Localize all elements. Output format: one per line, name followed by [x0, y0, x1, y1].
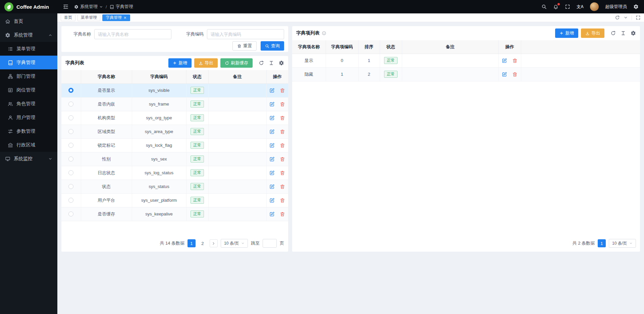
sidebar-item-admin-region[interactable]: 行政区域 [0, 138, 57, 152]
tab-home[interactable]: 首页 [61, 14, 75, 21]
jump-page-input[interactable] [263, 239, 277, 248]
close-icon[interactable] [123, 16, 127, 19]
settings-gear-icon[interactable] [633, 4, 639, 9]
search-icon[interactable] [541, 4, 547, 9]
row-radio[interactable] [68, 170, 73, 175]
row-radio[interactable] [68, 156, 73, 162]
sidebar-item-dept-management[interactable]: 部门管理 [0, 69, 57, 83]
sidebar-group-system-management[interactable]: 系统管理 [0, 28, 57, 42]
bell-icon[interactable] [553, 4, 558, 9]
row-radio[interactable] [68, 184, 73, 189]
sidebar-collapse-icon[interactable] [63, 4, 69, 10]
refresh-icon[interactable] [615, 15, 620, 20]
dict-name-cell: 是否缓存 [81, 207, 132, 221]
query-button[interactable]: 查询 [261, 41, 284, 51]
table-row[interactable]: 锁定标记 sys_lock_flag 正常 [61, 138, 288, 152]
refresh-icon[interactable] [259, 60, 264, 66]
edit-icon[interactable] [269, 143, 275, 148]
edit-icon[interactable] [269, 156, 275, 162]
translate-icon[interactable]: 文A [577, 4, 584, 10]
edit-icon[interactable] [269, 115, 275, 121]
sidebar-item-user-management[interactable]: 用户管理 [0, 111, 57, 124]
table-header-row: 字典名称 字典编码 状态 备注 操作 [61, 70, 288, 83]
add-button[interactable]: 新增 [168, 58, 192, 68]
edit-icon[interactable] [269, 170, 275, 176]
refresh-icon[interactable] [610, 30, 616, 36]
table-row[interactable]: 日志状态 sys_log_status 正常 [61, 166, 288, 180]
sidebar-item-home[interactable]: 首页 [0, 14, 57, 28]
refresh-cache-button[interactable]: 刷新缓存 [220, 58, 253, 68]
sidebar-group-system-monitor[interactable]: 系统监控 [0, 152, 57, 166]
edit-icon[interactable] [269, 198, 275, 203]
table-row[interactable]: 是否显示 sys_visible 正常 [61, 83, 288, 97]
avatar[interactable] [590, 2, 599, 11]
page-2-button[interactable]: 2 [199, 239, 207, 247]
edit-icon[interactable] [269, 88, 275, 93]
delete-icon[interactable] [280, 115, 285, 121]
page-1-button[interactable]: 1 [187, 239, 196, 247]
row-radio[interactable] [68, 88, 73, 93]
delete-icon[interactable] [280, 156, 285, 162]
table-row[interactable]: 区域类型 sys_area_type 正常 [61, 125, 288, 138]
export-button[interactable]: 导出 [194, 58, 218, 68]
row-height-icon[interactable] [621, 30, 626, 36]
sidebar-item-dict-management[interactable]: 字典管理 [0, 56, 57, 69]
delete-icon[interactable] [280, 102, 285, 107]
export-button[interactable]: 导出 [581, 28, 604, 38]
delete-icon[interactable] [280, 170, 285, 176]
row-radio[interactable] [68, 129, 73, 134]
table-row[interactable]: 显示 0 1 正常 [292, 54, 640, 67]
dict-name-input[interactable] [94, 29, 171, 39]
delete-icon[interactable] [512, 58, 518, 63]
dict-code-input[interactable] [207, 29, 284, 39]
delete-icon[interactable] [280, 143, 285, 148]
table-row[interactable]: 性别 sys_sex 正常 [61, 152, 288, 166]
breadcrumb-level1[interactable]: 系统管理 [74, 4, 103, 10]
edit-icon[interactable] [502, 58, 507, 63]
sidebar-item-param-management[interactable]: 参数管理 [0, 124, 57, 138]
page-1-button[interactable]: 1 [598, 239, 606, 247]
row-radio[interactable] [68, 102, 73, 107]
row-radio[interactable] [68, 115, 73, 120]
tab-dict-management[interactable]: 字典管理 [102, 14, 130, 21]
reset-button[interactable]: 重置 [232, 41, 257, 51]
table-settings-gear-icon[interactable] [631, 30, 636, 36]
tab-menu-management[interactable]: 菜单管理 [77, 14, 100, 21]
table-row[interactable]: 隐藏 1 2 正常 [292, 67, 640, 81]
row-radio[interactable] [68, 211, 73, 216]
info-icon[interactable] [322, 31, 326, 36]
page-size-select[interactable]: 10 条/页 [609, 239, 636, 248]
delete-icon[interactable] [280, 88, 285, 93]
spacer-cell [521, 54, 640, 67]
sidebar-item-role-management[interactable]: 角色管理 [0, 97, 57, 111]
table-settings-gear-icon[interactable] [279, 60, 284, 66]
delete-icon[interactable] [512, 72, 518, 77]
page-size-select[interactable]: 10 条/页 [221, 239, 248, 248]
delete-icon[interactable] [280, 129, 285, 134]
next-page-button[interactable] [210, 239, 218, 247]
edit-icon[interactable] [269, 211, 275, 217]
content-fullscreen-icon[interactable] [636, 15, 641, 20]
app-logo[interactable]: Coffee Admin [0, 0, 57, 13]
delete-icon[interactable] [280, 211, 285, 217]
table-row[interactable]: 用户平台 sys_user_platform 正常 [61, 193, 288, 207]
user-name[interactable]: 超级管理员 [605, 4, 627, 10]
table-row[interactable]: 状态 sys_status 正常 [61, 180, 288, 193]
edit-icon[interactable] [502, 72, 507, 77]
edit-icon[interactable] [269, 184, 275, 189]
table-row[interactable]: 机构类型 sys_org_type 正常 [61, 111, 288, 125]
fullscreen-icon[interactable] [565, 4, 570, 9]
edit-icon[interactable] [269, 102, 275, 107]
delete-icon[interactable] [280, 184, 285, 189]
table-row[interactable]: 是否内嵌 sys_frame 正常 [61, 97, 288, 111]
table-row[interactable]: 是否缓存 sys_keepalive 正常 [61, 207, 288, 221]
row-radio[interactable] [68, 198, 73, 203]
delete-icon[interactable] [280, 198, 285, 203]
row-height-icon[interactable] [269, 60, 274, 66]
chevron-down-icon[interactable] [624, 15, 628, 20]
sidebar-item-post-management[interactable]: 岗位管理 [0, 83, 57, 97]
add-button[interactable]: 新增 [555, 28, 578, 38]
edit-icon[interactable] [269, 129, 275, 134]
row-radio[interactable] [68, 143, 73, 148]
sidebar-item-menu-management[interactable]: 菜单管理 [0, 42, 57, 56]
